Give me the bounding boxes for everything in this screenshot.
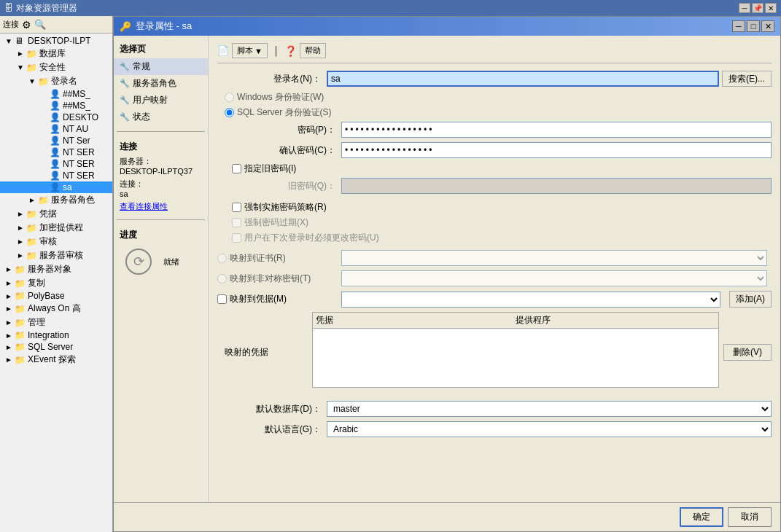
outer-title-bar: 🗄 对象资源管理器 ─ 📌 ✕ xyxy=(0,0,781,16)
outer-minimize-btn[interactable]: ─ xyxy=(739,3,750,13)
outer-close-btn[interactable]: ✕ xyxy=(765,3,777,13)
outer-title-left: 🗄 对象资源管理器 xyxy=(4,2,77,15)
outer-title-icon: 🗄 xyxy=(4,3,13,13)
outer-title-buttons: ─ 📌 ✕ xyxy=(739,3,777,13)
outer-pin-btn[interactable]: 📌 xyxy=(752,3,763,13)
outer-title-label: 对象资源管理器 xyxy=(16,2,77,15)
